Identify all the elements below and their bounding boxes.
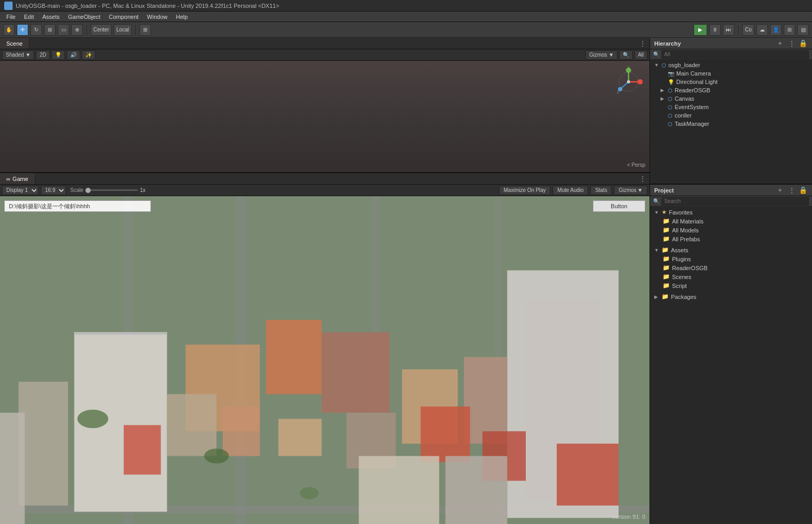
lighting-btn[interactable]: 💡	[51, 50, 65, 60]
2d-toggle-btn[interactable]: 2D	[36, 50, 50, 60]
layers-btn[interactable]: ⊞	[784, 24, 795, 36]
game-tab[interactable]: ∞ Game	[0, 173, 35, 184]
scene-search-icon[interactable]: 🔍	[619, 50, 633, 60]
svg-rect-30	[464, 357, 507, 444]
hierarchy-main-camera[interactable]: ▶ 📷 Main Camera	[650, 69, 812, 78]
menu-file[interactable]: File	[2, 12, 20, 22]
aspect-select[interactable]: 16:9	[41, 186, 66, 195]
project-menu-btn[interactable]: ⋮	[787, 186, 796, 195]
game-tab-menu[interactable]: ⋮	[636, 175, 649, 183]
scenes-item[interactable]: 📁 Scenes	[650, 272, 812, 281]
all-prefabs-item[interactable]: 📁 All Prefabs	[650, 234, 812, 243]
hand-tool-btn[interactable]: ✋	[3, 24, 15, 36]
root-expand: ▼	[654, 62, 659, 68]
step-button[interactable]: ⏭	[723, 24, 734, 36]
menu-window[interactable]: Window	[143, 12, 171, 22]
packages-header[interactable]: ▶ 📁 Packages	[650, 292, 812, 301]
hierarchy-header: Hierarchy + ⋮ 🔒	[650, 38, 812, 49]
fx-btn[interactable]: ✨	[82, 50, 95, 60]
play-button[interactable]: ▶	[694, 24, 707, 36]
scene-all-label: All	[634, 50, 647, 60]
menu-edit[interactable]: Edit	[20, 12, 38, 22]
menu-help[interactable]: Help	[171, 12, 192, 22]
hierarchy-event-system[interactable]: ▶ ⬡ EventSystem	[650, 103, 812, 111]
scenes-label: Scenes	[672, 274, 691, 280]
path-input-field[interactable]: D:\倾斜摄影\这是一个倾斜\hhhh	[4, 200, 151, 212]
project-add-btn[interactable]: +	[775, 186, 785, 195]
snap-icon[interactable]: ⊞	[139, 24, 151, 36]
game-gizmos-btn[interactable]: Gizmos ▼	[614, 186, 647, 195]
hierarchy-search-bar: 🔍	[650, 49, 812, 60]
project-lock-btn[interactable]: 🔒	[798, 186, 808, 195]
hierarchy-search-input[interactable]	[662, 50, 809, 59]
hierarchy-lock-btn[interactable]: 🔒	[798, 39, 808, 48]
gizmo-widget[interactable]: Y X Z	[613, 66, 644, 98]
scene-content[interactable]: Y X Z < Persp	[0, 61, 649, 172]
game-toolbar: Display 1 16:9 Scale 1x Maximize On Play…	[0, 185, 649, 196]
menu-component[interactable]: Component	[104, 12, 143, 22]
center-toggle-btn[interactable]: Center	[91, 24, 112, 36]
camera-icon: 📷	[668, 71, 674, 77]
rotate-tool-btn[interactable]: ↻	[30, 24, 42, 36]
svg-point-37	[78, 410, 109, 428]
task-manager-label: TaskManager	[675, 121, 709, 127]
game-tab-label: Game	[13, 176, 28, 182]
collab-btn[interactable]: Co	[742, 24, 754, 36]
game-content[interactable]: D:\倾斜摄影\这是一个倾斜\hhhh Button version 91: 0	[0, 196, 649, 524]
local-toggle-btn[interactable]: Local	[114, 24, 132, 36]
svg-rect-26	[223, 407, 260, 456]
reader-osgb-item[interactable]: 📁 ReaderOSGB	[650, 263, 812, 272]
hierarchy-task-manager[interactable]: ▶ ⬡ TaskManager	[650, 120, 812, 128]
reader-icon: ⬡	[668, 88, 673, 93]
game-ui-overlay: D:\倾斜摄影\这是一个倾斜\hhhh	[0, 196, 649, 216]
pause-button[interactable]: ⏸	[709, 24, 721, 36]
menu-assets[interactable]: Assets	[38, 12, 64, 22]
menu-gameobject[interactable]: GameObject	[64, 12, 105, 22]
favorites-header[interactable]: ▼ ★ Favorites	[650, 208, 812, 217]
canvas-label: Canvas	[675, 95, 694, 102]
mute-audio-btn[interactable]: Mute Audio	[553, 186, 588, 195]
main-content: Scene ⋮ Shaded ▼ 2D 💡 🔊 ✨ Gizmos ▼ 🔍 All	[0, 38, 812, 524]
maximize-on-play-btn[interactable]: Maximize On Play	[499, 186, 551, 195]
assets-header[interactable]: ▼ 📁 Assets	[650, 245, 812, 254]
scene-gizmos-btn[interactable]: Gizmos ▼	[586, 50, 618, 60]
hierarchy-add-btn[interactable]: +	[775, 39, 785, 48]
hierarchy-menu-btn[interactable]: ⋮	[787, 39, 796, 48]
stats-btn[interactable]: Stats	[590, 186, 612, 195]
project-search-input[interactable]	[662, 197, 809, 206]
scene-tab[interactable]: Scene	[0, 38, 29, 49]
move-tool-btn[interactable]: ✛	[17, 24, 28, 36]
city-svg	[0, 196, 649, 524]
scale-tool-btn[interactable]: ⊞	[44, 24, 56, 36]
scene-tab-menu[interactable]: ⋮	[636, 39, 649, 48]
script-item[interactable]: 📁 Script	[650, 281, 812, 290]
script-folder-icon: 📁	[663, 282, 670, 289]
rect-tool-btn[interactable]: ▭	[58, 24, 69, 36]
layout-btn[interactable]: ▤	[797, 24, 809, 36]
eventsystem-icon: ⬡	[668, 104, 673, 110]
game-view: ∞ Game ⋮ Display 1 16:9 Scale 1x Maximiz…	[0, 173, 649, 524]
multi-tool-btn[interactable]: ⊕	[71, 24, 83, 36]
game-tab-icon: ∞	[6, 176, 10, 182]
plugins-item[interactable]: 📁 Plugins	[650, 254, 812, 263]
scale-slider[interactable]	[85, 189, 138, 191]
account-btn[interactable]: 👤	[770, 24, 782, 36]
svg-rect-34	[557, 444, 619, 506]
hierarchy-search-icon: 🔍	[653, 51, 659, 57]
display-select[interactable]: Display 1	[2, 186, 39, 195]
shading-dropdown[interactable]: Shaded ▼	[2, 50, 34, 60]
all-models-item[interactable]: 📁 All Models	[650, 226, 812, 234]
game-button[interactable]: Button	[593, 200, 645, 212]
version-label: version 91: 0	[612, 514, 645, 520]
audio-btn[interactable]: 🔊	[67, 50, 80, 60]
hierarchy-conller[interactable]: ▶ ⬡ conller	[650, 111, 812, 120]
services-btn[interactable]: ☁	[756, 24, 768, 36]
all-materials-item[interactable]: 📁 All Materials	[650, 217, 812, 226]
hierarchy-reader-osgb[interactable]: ▶ ⬡ ReaderOSGB	[650, 86, 812, 94]
root-object-label: osgb_loader	[668, 62, 700, 68]
hierarchy-directional-light[interactable]: ▶ 💡 Directional Light	[650, 78, 812, 86]
scenes-folder-icon: 📁	[663, 273, 670, 280]
hierarchy-canvas[interactable]: ▶ ⬡ Canvas	[650, 94, 812, 103]
hierarchy-root-item[interactable]: ▼ ⬡ osgb_loader	[650, 61, 812, 69]
scene-view: Scene ⋮ Shaded ▼ 2D 💡 🔊 ✨ Gizmos ▼ 🔍 All	[0, 38, 649, 173]
